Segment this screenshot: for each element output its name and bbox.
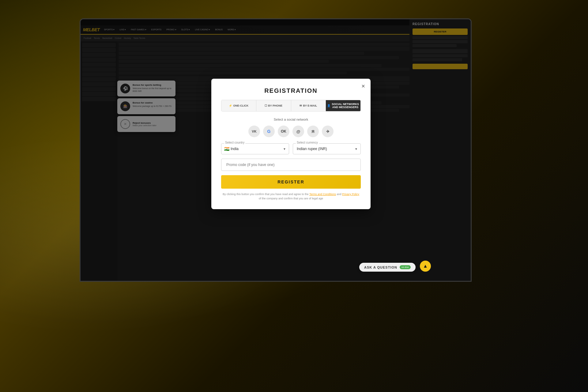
tab-one-click-label: ONE-CLICK — [233, 104, 248, 107]
tab-social-networks[interactable]: 👤 SOCIAL NETWORKS AND MESSENGERS — [326, 100, 360, 111]
phone-icon: ☐ — [265, 104, 267, 107]
modal-title: REGISTRATION — [221, 87, 361, 94]
modal-overlay: × REGISTRATION ⚡ ONE-CLICK ☐ BY PHONE ✉ — [81, 19, 471, 281]
social-vk-btn[interactable]: VK — [248, 126, 260, 137]
vk-icon: VK — [252, 130, 256, 133]
currency-select[interactable]: Indian rupee (INR) — [293, 143, 361, 154]
ask-question-label: ASK A QUESTION — [364, 266, 397, 269]
social-icons-row: VK G OK @ Я ✈ — [221, 126, 361, 137]
privacy-policy-link[interactable]: Privacy Policy — [342, 193, 359, 196]
terms-and: and — [337, 193, 341, 196]
promo-code-input[interactable] — [221, 159, 361, 171]
social-mail-btn[interactable]: @ — [292, 126, 304, 137]
social-network-label: Select a social network — [221, 118, 361, 121]
online-badge: on-line — [400, 265, 411, 269]
ask-question-btn[interactable]: ASK A QUESTION on-line — [359, 263, 416, 272]
yandex-icon: Я — [311, 129, 314, 134]
terms-end: of the company and confirm that you are … — [259, 197, 323, 200]
modal-close-button[interactable]: × — [361, 83, 365, 89]
laptop-frame: LOG IN REGISTRATION MELBET SPORTS ▾ LIVE… — [61, 18, 490, 355]
terms-intro: By clicking this button you confirm that… — [223, 193, 309, 196]
currency-label: Select currency — [296, 141, 319, 144]
tab-by-phone[interactable]: ☐ BY PHONE — [256, 100, 291, 111]
social-yandex-btn[interactable]: Я — [307, 126, 319, 137]
social-icon: 👤 — [327, 104, 330, 107]
tab-social-label: SOCIAL NETWORKS AND MESSENGERS — [331, 103, 359, 109]
register-button[interactable]: REGISTER — [221, 175, 361, 189]
email-icon: ✉ — [300, 104, 302, 107]
currency-field-group: Select currency Indian rupee (INR) ▼ — [293, 143, 361, 154]
mail-icon: @ — [296, 129, 300, 134]
lightning-icon: ⚡ — [229, 104, 232, 107]
registration-modal: × REGISTRATION ⚡ ONE-CLICK ☐ BY PHONE ✉ — [211, 79, 371, 209]
tab-by-email-label: BY E-MAIL — [303, 104, 317, 107]
telegram-icon: ✈ — [326, 129, 330, 134]
social-ok-btn[interactable]: OK — [278, 126, 289, 137]
ok-icon: OK — [281, 129, 286, 134]
country-label: Select country — [224, 141, 245, 144]
flag-icon: 🇮🇳 — [224, 146, 229, 151]
tab-by-email[interactable]: ✉ BY E-MAIL — [291, 100, 326, 111]
scroll-up-button[interactable]: ▲ — [420, 261, 431, 272]
google-icon: G — [267, 129, 271, 134]
chevron-up-icon: ▲ — [423, 263, 428, 269]
country-select[interactable]: India — [221, 143, 289, 154]
tab-by-phone-label: BY PHONE — [268, 104, 282, 107]
terms-conditions-link[interactable]: Terms and Conditions — [309, 193, 336, 196]
social-telegram-btn[interactable]: ✈ — [322, 126, 334, 137]
laptop-screen: LOG IN REGISTRATION MELBET SPORTS ▾ LIVE… — [80, 18, 472, 282]
country-field-group: Select country 🇮🇳 India ▼ — [221, 143, 289, 154]
country-currency-row: Select country 🇮🇳 India ▼ Select currenc… — [221, 143, 361, 154]
registration-tabs: ⚡ ONE-CLICK ☐ BY PHONE ✉ BY E-MAIL 👤 SOC… — [221, 100, 361, 111]
social-google-btn[interactable]: G — [263, 126, 275, 137]
terms-text: By clicking this button you confirm that… — [221, 192, 361, 201]
tab-one-click[interactable]: ⚡ ONE-CLICK — [221, 100, 256, 111]
